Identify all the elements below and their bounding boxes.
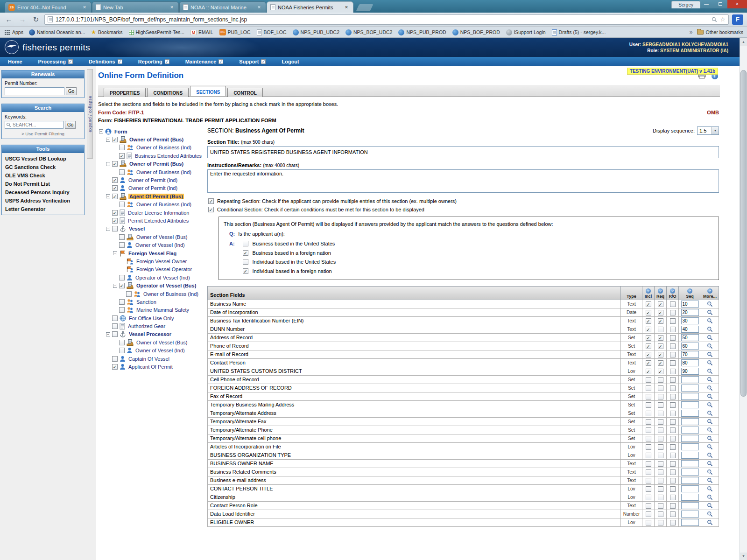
- checkbox[interactable]: [658, 385, 663, 391]
- nav-item-processing[interactable]: Processing✓: [30, 57, 81, 66]
- permit-filtering-link[interactable]: > Use Permit Filtering: [5, 131, 81, 136]
- checkbox[interactable]: ✓: [658, 352, 663, 357]
- checkbox[interactable]: [658, 486, 663, 492]
- tool-link[interactable]: Letter Generator: [3, 205, 83, 213]
- minimize-button[interactable]: —: [699, 0, 713, 8]
- checkbox[interactable]: [670, 419, 676, 425]
- browser-tab[interactable]: NOAA Fisheries Permits×: [267, 1, 353, 13]
- seq-input[interactable]: [681, 368, 699, 375]
- tree-node[interactable]: ✓Owner of Permit (Ind): [98, 176, 207, 184]
- tree-node[interactable]: Owner of Business (Ind): [98, 201, 207, 209]
- tree-expander[interactable]: −: [106, 227, 110, 231]
- checkbox[interactable]: [646, 377, 651, 383]
- checkbox[interactable]: ✓: [658, 318, 663, 324]
- checkbox[interactable]: [670, 436, 676, 441]
- tab-close-icon[interactable]: ×: [81, 4, 88, 11]
- repeating-section-checkbox[interactable]: ✓: [208, 198, 214, 204]
- seq-input[interactable]: [681, 435, 699, 442]
- field-detail-magnifier-icon[interactable]: [707, 343, 713, 349]
- help-icon[interactable]: ?: [707, 288, 712, 294]
- tool-link[interactable]: GC Sanctions Check: [3, 163, 83, 171]
- conditional-section-checkbox[interactable]: ✓: [208, 207, 214, 212]
- tree-expander[interactable]: −: [106, 332, 110, 336]
- profile-button[interactable]: Sergey: [671, 1, 700, 8]
- checkbox[interactable]: [119, 234, 125, 240]
- checkbox[interactable]: [646, 469, 651, 475]
- nav-item-logout[interactable]: Logout: [274, 57, 307, 66]
- checkbox[interactable]: [646, 503, 651, 509]
- checkbox[interactable]: ✓: [646, 301, 651, 307]
- checkbox[interactable]: [112, 315, 118, 321]
- seq-input[interactable]: [681, 401, 699, 408]
- checkbox[interactable]: [670, 461, 676, 467]
- field-detail-magnifier-icon[interactable]: [707, 326, 713, 332]
- checkbox[interactable]: ✓: [646, 318, 651, 324]
- checkbox[interactable]: [658, 327, 663, 332]
- help-icon[interactable]: ?: [646, 288, 651, 294]
- seq-input[interactable]: [681, 410, 699, 417]
- checkbox[interactable]: ✓: [646, 360, 651, 366]
- checkbox[interactable]: ✓: [646, 310, 651, 315]
- checkbox[interactable]: [670, 520, 676, 525]
- scrollbar-thumb[interactable]: [740, 70, 747, 397]
- seq-input[interactable]: [681, 452, 699, 459]
- checkbox[interactable]: ✓: [658, 310, 663, 315]
- tree-node[interactable]: ✓Business Extended Attributes: [98, 152, 207, 160]
- search-input[interactable]: [5, 121, 63, 129]
- checkbox[interactable]: [658, 436, 663, 441]
- checkbox[interactable]: [658, 427, 663, 433]
- tree-node[interactable]: Foreign Vessel Owner: [98, 257, 207, 265]
- checkbox[interactable]: [646, 394, 651, 399]
- checkbox[interactable]: [119, 242, 125, 248]
- checkbox[interactable]: ✓: [112, 364, 118, 370]
- field-detail-magnifier-icon[interactable]: [707, 368, 713, 374]
- checkbox[interactable]: ✓: [112, 210, 118, 216]
- checkbox[interactable]: [670, 503, 676, 509]
- new-tab-button[interactable]: [356, 4, 374, 11]
- checkbox[interactable]: ✓: [112, 177, 118, 183]
- checkbox[interactable]: ✓: [112, 194, 118, 199]
- close-button[interactable]: ×: [727, 0, 747, 8]
- tree-node[interactable]: Owner of Vessel (Bus): [98, 233, 207, 241]
- checkbox[interactable]: [670, 453, 676, 458]
- checkbox[interactable]: [670, 352, 676, 357]
- checkbox[interactable]: [670, 444, 676, 450]
- tree-node[interactable]: Operator of Vessel (Ind): [98, 273, 207, 281]
- tree-node[interactable]: Owner of Business (Ind): [98, 168, 207, 176]
- tab-control[interactable]: CONTROL: [227, 88, 262, 97]
- checkbox[interactable]: [112, 226, 118, 231]
- checkbox[interactable]: [658, 402, 663, 408]
- checkbox[interactable]: [119, 169, 125, 175]
- seq-input[interactable]: [681, 351, 699, 358]
- tree-node[interactable]: −Vessel: [98, 225, 207, 233]
- field-detail-magnifier-icon[interactable]: [707, 377, 713, 383]
- checkbox[interactable]: [646, 427, 651, 433]
- tab-close-icon[interactable]: ×: [343, 4, 350, 11]
- checkbox[interactable]: [670, 411, 676, 416]
- checkbox[interactable]: [658, 419, 663, 425]
- tree-expander[interactable]: −: [99, 129, 103, 133]
- checkbox[interactable]: [119, 202, 125, 207]
- field-detail-magnifier-icon[interactable]: [707, 486, 713, 492]
- tree-expander[interactable]: −: [106, 162, 110, 166]
- checkbox[interactable]: [658, 453, 663, 458]
- field-detail-magnifier-icon[interactable]: [707, 477, 713, 483]
- other-bookmarks-button[interactable]: Other bookmarks: [697, 29, 743, 35]
- scroll-down-arrow[interactable]: ▼: [740, 553, 747, 560]
- checkbox[interactable]: [670, 478, 676, 483]
- tree-node[interactable]: −✓Operator of Vessel (Bus): [98, 281, 207, 289]
- tool-link[interactable]: OLE VMS Check: [3, 171, 83, 180]
- checkbox[interactable]: [670, 335, 676, 341]
- url-text[interactable]: 127.0.0.1:7101/NPS_BOF/bof_form_def/nps_…: [56, 16, 709, 23]
- field-detail-magnifier-icon[interactable]: [707, 444, 713, 450]
- seq-input[interactable]: [681, 511, 699, 518]
- tree-node[interactable]: Sanction: [98, 298, 207, 306]
- checkbox[interactable]: [646, 486, 651, 492]
- seq-input[interactable]: [681, 502, 699, 509]
- checkbox[interactable]: ✓: [243, 268, 248, 274]
- seq-input[interactable]: [681, 469, 699, 476]
- tree-expander[interactable]: −: [113, 284, 117, 288]
- checkbox[interactable]: [670, 385, 676, 391]
- renewals-go-button[interactable]: Go: [66, 87, 77, 95]
- checkbox[interactable]: [126, 291, 132, 297]
